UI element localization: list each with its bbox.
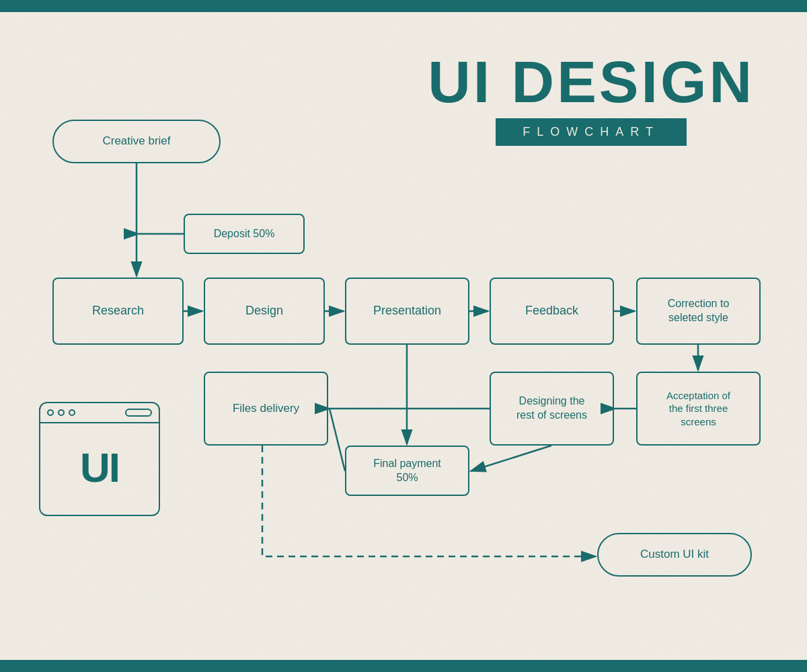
node-creative-brief: Creative brief bbox=[52, 120, 221, 163]
ui-letters: UI bbox=[80, 444, 119, 491]
node-final-payment: Final payment 50% bbox=[345, 446, 469, 496]
ui-icon-dot-3 bbox=[69, 409, 75, 416]
node-design: Design bbox=[204, 278, 325, 345]
top-bar bbox=[0, 0, 807, 12]
ui-icon-body: UI bbox=[40, 423, 159, 511]
node-acceptation: Acceptation of the first three screens bbox=[636, 372, 761, 446]
node-correction: Correction to seleted style bbox=[636, 278, 761, 345]
node-feedback: Feedback bbox=[490, 278, 614, 345]
node-files-delivery: Files delivery bbox=[204, 372, 328, 446]
subtitle-box: FLOWCHART bbox=[496, 118, 687, 146]
bottom-bar bbox=[0, 660, 807, 672]
node-deposit: Deposit 50% bbox=[184, 214, 305, 254]
ui-icon-capsule bbox=[125, 409, 152, 417]
ui-icon-dot-2 bbox=[58, 409, 65, 416]
node-custom-ui: Custom UI kit bbox=[597, 533, 752, 577]
ui-icon-dot-1 bbox=[47, 409, 54, 416]
ui-icon-titlebar bbox=[40, 403, 159, 423]
title-area: UI DESIGN FLOWCHART bbox=[428, 52, 755, 146]
svg-line-13 bbox=[330, 409, 345, 471]
svg-line-11 bbox=[471, 446, 551, 471]
main-title: UI DESIGN bbox=[428, 52, 755, 112]
node-designing-rest: Designing the rest of screens bbox=[490, 372, 614, 446]
node-research: Research bbox=[52, 278, 184, 345]
node-presentation: Presentation bbox=[345, 278, 469, 345]
ui-icon: UI bbox=[39, 402, 160, 516]
